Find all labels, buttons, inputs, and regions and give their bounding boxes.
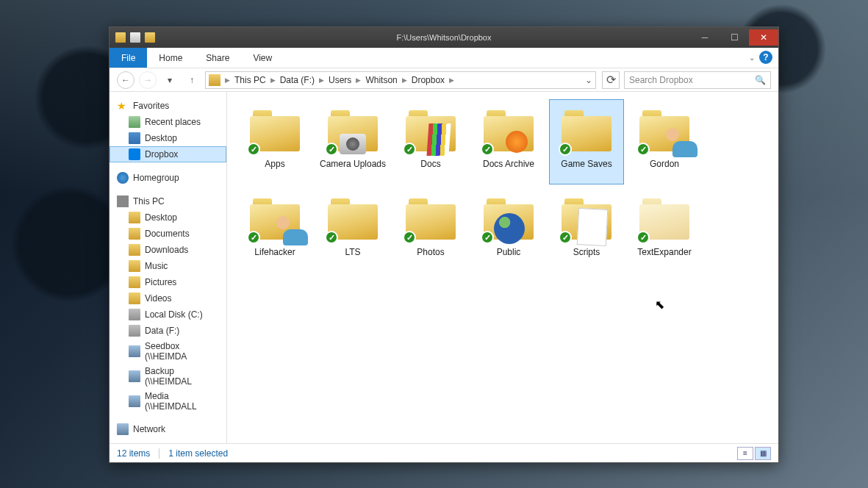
- minimize-button[interactable]: ─: [690, 29, 720, 46]
- close-button[interactable]: ✕: [749, 29, 778, 46]
- netdrive-icon: [129, 395, 140, 407]
- chevron-right-icon[interactable]: ▶: [318, 76, 326, 84]
- sidebar-item-music[interactable]: Music: [110, 258, 226, 274]
- sidebar-item-desktop2[interactable]: Desktop: [110, 209, 226, 226]
- navigation-pane: ★ Favorites Recent places Desktop Dropbo…: [110, 92, 227, 443]
- help-icon[interactable]: ?: [759, 51, 772, 64]
- star-icon: ★: [117, 100, 129, 112]
- sidebar-item-localdisk[interactable]: Local Disk (C:): [110, 306, 226, 323]
- sidebar-item-media[interactable]: Media (\\HEIMDALL: [110, 389, 226, 414]
- folder-label: Docs: [420, 159, 440, 169]
- details-view-button[interactable]: ≡: [737, 447, 753, 460]
- bc-users[interactable]: Users: [326, 75, 354, 85]
- dropbox-icon: [129, 148, 140, 160]
- folder-icon: [401, 191, 460, 247]
- refresh-button[interactable]: ⟳: [602, 71, 620, 89]
- recent-dropdown-icon[interactable]: ▾: [161, 71, 179, 89]
- chevron-right-icon[interactable]: ▶: [269, 76, 277, 84]
- folder-icon: [245, 103, 304, 159]
- folder-icon: [129, 228, 140, 240]
- folder-item[interactable]: LTS: [315, 187, 390, 273]
- search-input[interactable]: Search Dropbox 🔍: [624, 71, 771, 89]
- explorer-window: F:\Users\Whitson\Dropbox ─ ☐ ✕ File Home…: [109, 26, 779, 463]
- sidebar-item-documents[interactable]: Documents: [110, 226, 226, 242]
- folder-item[interactable]: TextExpander: [627, 187, 702, 273]
- sidebar-item-pictures[interactable]: Pictures: [110, 274, 226, 290]
- folder-item[interactable]: Scripts: [549, 187, 624, 273]
- breadcrumb[interactable]: ▶ This PC ▶ Data (F:) ▶ Users ▶ Whitson …: [205, 71, 596, 89]
- tab-home[interactable]: Home: [147, 48, 194, 68]
- folder-icon: [557, 191, 616, 247]
- folder-icon: [323, 103, 382, 159]
- folder-label: Camera Uploads: [320, 159, 386, 169]
- folder-item[interactable]: Docs Archive: [471, 99, 546, 184]
- folder-item[interactable]: Lifehacker: [237, 187, 312, 273]
- back-button[interactable]: ←: [117, 71, 134, 89]
- netdrive-icon: [129, 345, 140, 357]
- bc-data-f[interactable]: Data (F:): [277, 75, 318, 85]
- ribbon-expand-icon[interactable]: ⌄: [749, 54, 755, 62]
- sync-check-icon: [403, 143, 416, 156]
- sidebar-item-backup[interactable]: Backup (\\HEIMDAL: [110, 364, 226, 389]
- sync-check-icon: [559, 231, 572, 244]
- sidebar-network[interactable]: Network: [110, 421, 226, 437]
- tab-file[interactable]: File: [110, 48, 147, 68]
- sidebar-item-videos[interactable]: Videos: [110, 290, 226, 306]
- folder-item[interactable]: Game Saves: [549, 99, 624, 184]
- network-icon: [117, 423, 129, 435]
- sidebar-item-desktop[interactable]: Desktop: [110, 130, 226, 146]
- bc-this-pc[interactable]: This PC: [232, 75, 269, 85]
- folder-item[interactable]: Camera Uploads: [315, 99, 390, 184]
- folder-icon: [635, 191, 694, 247]
- location-icon: [209, 74, 220, 86]
- sidebar-favorites[interactable]: ★ Favorites: [110, 98, 226, 114]
- sidebar-homegroup[interactable]: Homegroup: [110, 170, 226, 186]
- sync-check-icon: [247, 143, 260, 156]
- sidebar-thispc[interactable]: This PC: [110, 193, 226, 209]
- chevron-right-icon[interactable]: ▶: [354, 76, 362, 84]
- window-title: F:\Users\Whitson\Dropbox: [397, 33, 492, 42]
- qat-properties-icon[interactable]: [130, 32, 140, 43]
- qat-newfolder-icon[interactable]: [145, 32, 155, 43]
- globe-overlay-icon: [494, 213, 525, 244]
- mouse-cursor-icon: ⬉: [655, 298, 664, 312]
- chevron-right-icon[interactable]: ▶: [448, 76, 456, 84]
- netdrive-icon: [129, 370, 140, 382]
- icons-view-button[interactable]: ▦: [755, 447, 771, 460]
- statusbar: 12 items 1 item selected ≡ ▦: [110, 443, 778, 462]
- address-dropdown-icon[interactable]: ⌄: [585, 75, 592, 85]
- up-button[interactable]: ↑: [183, 71, 201, 89]
- forward-button[interactable]: →: [139, 71, 157, 89]
- sidebar-item-recent[interactable]: Recent places: [110, 114, 226, 130]
- folder-item[interactable]: Public: [471, 187, 546, 273]
- chevron-right-icon[interactable]: ▶: [223, 76, 232, 84]
- sync-check-icon: [481, 231, 494, 244]
- folder-item[interactable]: Apps: [237, 99, 312, 184]
- titlebar[interactable]: F:\Users\Whitson\Dropbox ─ ☐ ✕: [110, 27, 778, 48]
- sync-check-icon: [636, 231, 650, 244]
- folder-item[interactable]: Docs: [393, 99, 468, 184]
- folder-label: Apps: [265, 159, 284, 169]
- bc-whitson[interactable]: Whitson: [362, 75, 400, 85]
- maximize-button[interactable]: ☐: [720, 29, 749, 46]
- sidebar-item-dataf[interactable]: Data (F:): [110, 323, 226, 339]
- chevron-right-icon[interactable]: ▶: [401, 76, 409, 84]
- folder-icon: [129, 244, 140, 256]
- folder-item[interactable]: Photos: [393, 187, 468, 273]
- bc-dropbox[interactable]: Dropbox: [409, 75, 448, 85]
- status-item-count: 12 items: [117, 448, 150, 459]
- app-icon: [115, 32, 126, 43]
- folder-view[interactable]: ⬉ AppsCamera UploadsDocsDocs ArchiveGame…: [227, 92, 778, 443]
- tab-view[interactable]: View: [241, 48, 284, 68]
- folder-icon: [323, 191, 382, 247]
- sidebar-item-dropbox[interactable]: Dropbox: [110, 146, 226, 162]
- sidebar-item-seedbox[interactable]: Seedbox (\\HEIMDA: [110, 339, 226, 364]
- tab-share[interactable]: Share: [194, 48, 241, 68]
- sidebar-item-downloads[interactable]: Downloads: [110, 242, 226, 258]
- folder-label: Scripts: [573, 247, 600, 257]
- folder-icon: [129, 260, 140, 272]
- folder-item[interactable]: Gordon: [627, 99, 702, 184]
- window-controls: ─ ☐ ✕: [690, 29, 778, 46]
- folder-label: Gordon: [650, 159, 679, 169]
- folder-label: Public: [497, 247, 521, 257]
